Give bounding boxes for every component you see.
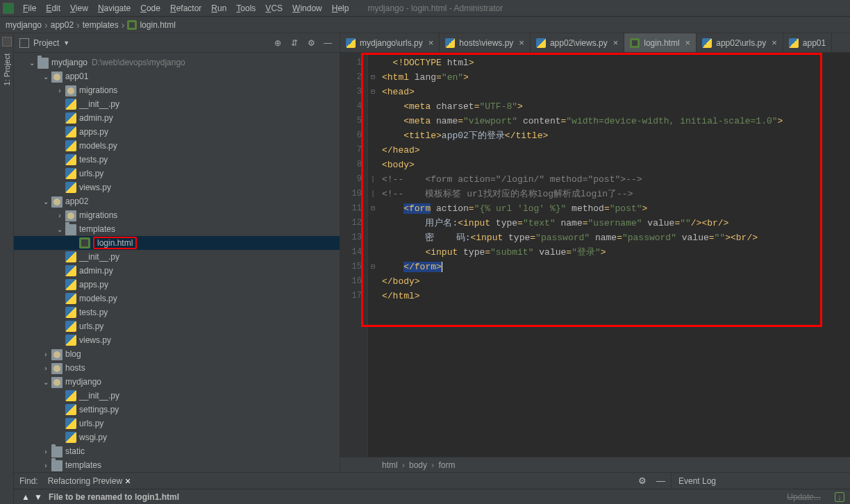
breadcrumb-item[interactable]: app02: [51, 20, 74, 30]
menu-help[interactable]: Help: [327, 0, 354, 17]
tree-item[interactable]: tests.py: [14, 153, 340, 167]
tree-item-label: app02: [65, 196, 88, 206]
close-icon[interactable]: ×: [519, 37, 524, 48]
gear-icon[interactable]: ⚙: [638, 476, 647, 486]
menu-code[interactable]: Code: [135, 0, 165, 17]
tree-item[interactable]: wsgi.py: [14, 430, 340, 444]
find-tool[interactable]: Find:: [19, 476, 38, 486]
menu-view[interactable]: View: [65, 0, 93, 17]
tree-item[interactable]: admin.py: [14, 111, 340, 125]
chevron-down-icon[interactable]: ⌄: [26, 59, 38, 67]
tree-item[interactable]: ›migrations: [14, 83, 340, 97]
hide-icon[interactable]: —: [322, 37, 334, 49]
hide-icon[interactable]: —: [656, 476, 665, 486]
tree-item[interactable]: urls.py: [14, 319, 340, 333]
breadcrumb-item[interactable]: templates: [83, 20, 119, 30]
tree-item-label: views.py: [79, 183, 111, 192]
chevron-down-icon[interactable]: ⌄: [40, 198, 51, 205]
tree-item[interactable]: apps.py: [14, 125, 340, 139]
locate-icon[interactable]: ⊕: [272, 37, 284, 49]
tree-item[interactable]: ⌄mydjango: [14, 375, 340, 389]
chevron-right-icon[interactable]: ›: [40, 448, 51, 455]
chevron-right-icon[interactable]: ›: [54, 212, 65, 219]
tree-item[interactable]: urls.py: [14, 167, 340, 180]
menu-navigate[interactable]: Navigate: [93, 0, 135, 17]
refactoring-preview-tool[interactable]: Refactoring Preview ×: [48, 476, 134, 487]
chevron-down-icon[interactable]: ⌄: [40, 378, 51, 386]
crumb-item[interactable]: body: [409, 460, 427, 470]
close-icon[interactable]: ×: [125, 476, 131, 487]
chevron-right-icon[interactable]: ›: [54, 87, 65, 94]
menu-window[interactable]: Window: [288, 0, 327, 17]
editor-tab[interactable]: app01: [783, 33, 832, 52]
close-icon[interactable]: ×: [685, 37, 691, 48]
tree-item[interactable]: urls.py: [14, 417, 340, 430]
chevron-right-icon[interactable]: ›: [40, 364, 51, 372]
code-area[interactable]: 1234567891011121314151617 ⊟⊟||⊟⊟ <!DOCTY…: [340, 53, 850, 457]
project-header-label[interactable]: Project: [33, 38, 59, 48]
download-icon[interactable]: [835, 492, 844, 502]
tree-item[interactable]: views.py: [14, 333, 340, 347]
event-log-tool[interactable]: Event Log: [671, 472, 850, 489]
py-icon: [65, 99, 76, 110]
tree-item[interactable]: models.py: [14, 292, 340, 305]
menu-vcs[interactable]: VCS: [260, 0, 288, 17]
tree-item[interactable]: apps.py: [14, 278, 340, 292]
close-icon[interactable]: ×: [428, 37, 434, 48]
chevron-right-icon: ›: [44, 19, 48, 31]
chevron-right-icon[interactable]: ›: [40, 351, 51, 358]
tree-item[interactable]: admin.py: [14, 264, 340, 278]
fold-gutter[interactable]: ⊟⊟||⊟⊟: [368, 53, 378, 457]
chevron-down-icon[interactable]: ▼: [63, 40, 69, 47]
tree-item[interactable]: ⌄app01: [14, 69, 340, 83]
menu-tools[interactable]: Tools: [231, 0, 260, 17]
menu-edit[interactable]: Edit: [41, 0, 65, 17]
menu-file[interactable]: File: [18, 0, 41, 17]
tree-item-label: settings.py: [79, 405, 119, 414]
editor-tab[interactable]: mydjango\urls.py×: [340, 33, 440, 52]
prev-message-button[interactable]: ▲: [19, 492, 32, 502]
chevron-down-icon[interactable]: ⌄: [40, 73, 51, 81]
tree-item[interactable]: ›static: [14, 444, 340, 458]
tree-item[interactable]: ⌄mydjangoD:\web\devops\mydjango: [14, 56, 340, 69]
crumb-item[interactable]: html: [382, 460, 398, 470]
tree-item[interactable]: models.py: [14, 139, 340, 153]
tree-item[interactable]: ›templates: [14, 458, 340, 472]
gear-icon[interactable]: ⚙: [305, 37, 317, 49]
menu-refactor[interactable]: Refactor: [165, 0, 206, 17]
tree-item[interactable]: ⌄app02: [14, 194, 340, 208]
editor-tab[interactable]: hosts\views.py×: [440, 33, 531, 52]
editor-tab[interactable]: app02\views.py×: [531, 33, 624, 52]
breadcrumb-item[interactable]: mydjango: [6, 20, 42, 30]
tree-item-hint: D:\web\devops\mydjango: [92, 58, 185, 67]
project-tool-tab[interactable]: 1: Project: [1, 49, 12, 90]
menu-run[interactable]: Run: [206, 0, 231, 17]
chevron-down-icon[interactable]: ⌄: [54, 226, 65, 233]
tree-item[interactable]: __init__.py: [14, 250, 340, 264]
crumb-item[interactable]: form: [438, 460, 455, 470]
project-tree[interactable]: ⌄mydjangoD:\web\devops\mydjango⌄app01›mi…: [14, 53, 340, 472]
editor-tab[interactable]: app02\urls.py×: [697, 33, 783, 52]
tree-item[interactable]: views.py: [14, 180, 340, 194]
chevron-right-icon: ›: [431, 460, 434, 470]
tree-item[interactable]: settings.py: [14, 403, 340, 417]
tree-item[interactable]: ›hosts: [14, 361, 340, 375]
tree-item[interactable]: __init__.py: [14, 97, 340, 111]
collapse-icon[interactable]: ⇵: [288, 37, 301, 49]
tree-item[interactable]: ›blog: [14, 347, 340, 361]
tree-item[interactable]: ⌄templates: [14, 222, 340, 236]
close-icon[interactable]: ×: [613, 37, 619, 48]
next-message-button[interactable]: ▼: [32, 492, 44, 502]
chevron-right-icon: ›: [402, 460, 405, 470]
chevron-right-icon[interactable]: ›: [40, 462, 51, 469]
tree-item[interactable]: __init__.py: [14, 389, 340, 403]
tree-item[interactable]: tests.py: [14, 305, 340, 319]
tree-item-label: tests.py: [79, 308, 108, 317]
editor-tab[interactable]: login.html×: [624, 33, 697, 52]
toolwindow-icon[interactable]: [2, 37, 12, 47]
breadcrumb-item[interactable]: login.html: [140, 20, 175, 30]
tree-item-selected[interactable]: login.html: [14, 236, 340, 250]
code-text[interactable]: <!DOCTYPE html><html lang="en"><head> <m…: [378, 53, 850, 457]
tree-item[interactable]: ›migrations: [14, 208, 340, 222]
close-icon[interactable]: ×: [772, 37, 777, 48]
